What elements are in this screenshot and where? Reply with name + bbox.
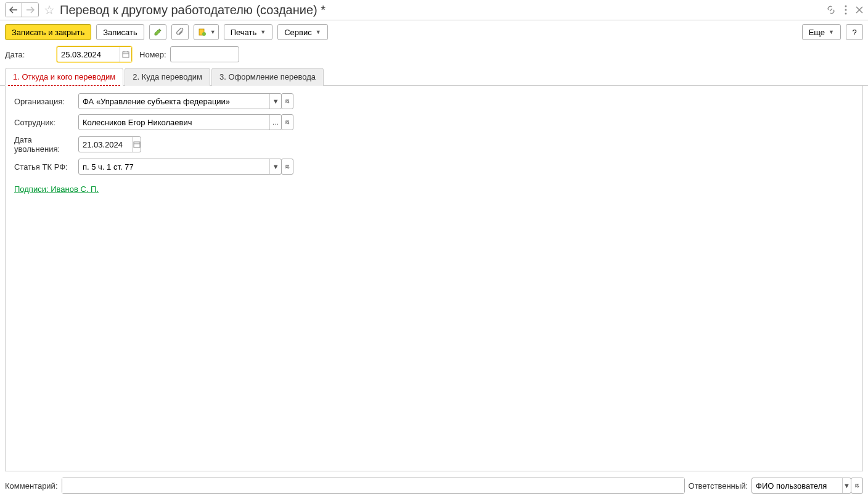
calendar-icon[interactable] xyxy=(132,137,141,152)
open-employee-icon[interactable] xyxy=(281,114,293,130)
link-icon[interactable] xyxy=(826,5,836,15)
attach-button[interactable] xyxy=(171,24,189,40)
responsible-input[interactable] xyxy=(752,478,842,493)
employee-label: Сотрудник: xyxy=(14,118,78,127)
date-input-wrap xyxy=(57,46,132,62)
open-organization-icon[interactable] xyxy=(281,93,293,109)
ellipsis-icon[interactable]: … xyxy=(269,115,281,130)
dismiss-date-input[interactable] xyxy=(79,137,132,152)
chevron-down-icon[interactable]: ▼ xyxy=(842,478,851,493)
create-based-on-button[interactable]: ▼ xyxy=(194,24,219,40)
chevron-down-icon[interactable]: ▼ xyxy=(269,159,281,174)
svg-rect-9 xyxy=(134,142,140,147)
employee-combo: … xyxy=(78,114,282,130)
svg-rect-5 xyxy=(123,52,129,57)
number-input[interactable] xyxy=(171,47,239,62)
service-label: Сервис xyxy=(284,28,312,37)
svg-point-4 xyxy=(202,32,206,36)
dismiss-date-wrap xyxy=(78,136,141,152)
organization-combo: ▼ xyxy=(78,93,282,109)
number-input-wrap xyxy=(170,46,239,62)
highlight-button[interactable] xyxy=(149,24,166,40)
svg-point-2 xyxy=(845,13,847,15)
close-icon[interactable] xyxy=(856,6,863,14)
article-input[interactable] xyxy=(79,159,269,174)
chevron-down-icon: ▼ xyxy=(260,29,266,35)
tab-from-whom[interactable]: 1. Откуда и кого переводим xyxy=(5,68,123,86)
employee-input[interactable] xyxy=(79,115,269,130)
organization-label: Организация: xyxy=(14,97,78,106)
nav-back-button[interactable] xyxy=(6,3,22,17)
tab-processing[interactable]: 3. Оформление перевода xyxy=(211,68,324,86)
comment-input-wrap xyxy=(62,478,685,494)
organization-input[interactable] xyxy=(79,94,269,109)
help-button[interactable]: ? xyxy=(846,24,863,40)
more-menu-icon[interactable] xyxy=(845,5,847,15)
signature-link[interactable]: Подписи: Иванов С. П. xyxy=(14,184,99,194)
date-input[interactable] xyxy=(57,47,120,62)
nav-forward-button[interactable] xyxy=(22,3,38,17)
save-and-close-button[interactable]: Записать и закрыть xyxy=(5,24,91,40)
date-label: Дата: xyxy=(5,50,53,59)
svg-point-0 xyxy=(845,6,847,7)
service-button[interactable]: Сервис ▼ xyxy=(277,24,327,40)
comment-input[interactable] xyxy=(62,478,684,493)
tab-where-to[interactable]: 2. Куда переводим xyxy=(125,68,210,86)
dismiss-date-label: Дата увольнения: xyxy=(14,135,78,154)
comment-label: Комментарий: xyxy=(5,481,58,491)
page-title: Перевод к другому работодателю (создание… xyxy=(60,3,826,17)
more-button[interactable]: Еще ▼ xyxy=(802,24,841,40)
more-label: Еще xyxy=(809,28,825,37)
responsible-label: Ответственный: xyxy=(689,481,748,491)
svg-point-1 xyxy=(845,9,847,11)
chevron-down-icon: ▼ xyxy=(210,29,216,35)
save-button[interactable]: Записать xyxy=(96,24,144,40)
chevron-down-icon[interactable]: ▼ xyxy=(269,94,281,109)
calendar-icon[interactable] xyxy=(120,47,131,62)
print-button[interactable]: Печать ▼ xyxy=(224,24,273,40)
responsible-combo: ▼ xyxy=(751,478,851,494)
article-combo: ▼ xyxy=(78,159,282,175)
chevron-down-icon: ▼ xyxy=(316,29,321,35)
number-label: Номер: xyxy=(139,50,166,59)
open-responsible-icon[interactable] xyxy=(851,478,863,494)
article-label: Статья ТК РФ: xyxy=(14,162,78,172)
chevron-down-icon: ▼ xyxy=(829,29,834,35)
favorite-star-icon[interactable]: ☆ xyxy=(44,2,55,17)
print-label: Печать xyxy=(231,28,257,37)
open-article-icon[interactable] xyxy=(281,159,293,175)
